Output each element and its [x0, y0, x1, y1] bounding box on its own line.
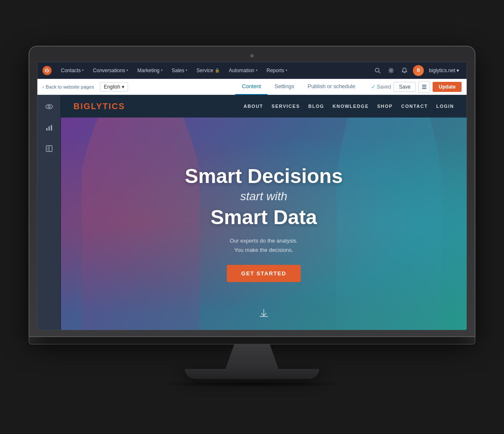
- update-button[interactable]: Update: [433, 82, 462, 92]
- editor-sidebar: [37, 95, 61, 330]
- svg-rect-9: [46, 128, 47, 131]
- chevron-down-icon: ▾: [186, 68, 187, 72]
- svg-line-2: [379, 71, 381, 73]
- hero-title-line3: Smart Data: [185, 206, 343, 229]
- monitor-camera: [250, 54, 254, 58]
- silhouette-left: [82, 118, 200, 330]
- website-preview: BIGLYTICS ABOUT SERVICES BLOG KNOWLEDGE …: [61, 95, 467, 330]
- svg-point-8: [48, 106, 50, 108]
- editor-tabs: Content Settings Publish or schedule: [235, 79, 362, 94]
- chevron-down-icon: ▾: [286, 68, 287, 72]
- tab-content[interactable]: Content: [235, 79, 268, 95]
- language-selector[interactable]: English ▾: [100, 82, 128, 92]
- hubspot-topnav: Contacts ▾ Conversations ▾ Marketing ▾ S…: [37, 62, 467, 79]
- nav-item-marketing[interactable]: Marketing ▾: [134, 66, 166, 75]
- sidebar-preview-icon[interactable]: [42, 100, 56, 113]
- hero-content: Smart Decisions start with Smart Data Ou…: [185, 165, 343, 282]
- svg-rect-11: [51, 125, 52, 131]
- svg-point-3: [390, 70, 392, 71]
- lock-icon: 🔒: [215, 68, 220, 73]
- list-icon: [422, 84, 427, 89]
- monitor-wrapper: Contacts ▾ Conversations ▾ Marketing ▾ S…: [21, 47, 483, 387]
- logo-accent: L: [91, 102, 96, 111]
- hero-section: Smart Decisions start with Smart Data Ou…: [61, 118, 467, 330]
- editor-canvas: BIGLYTICS ABOUT SERVICES BLOG KNOWLEDGE …: [61, 95, 467, 330]
- scroll-indicator[interactable]: [258, 308, 270, 322]
- nav-item-automation[interactable]: Automation ▾: [226, 66, 261, 75]
- hero-title-line1: Smart Decisions: [185, 165, 343, 188]
- sidebar-analytics-icon[interactable]: [42, 121, 56, 134]
- site-nav-services[interactable]: SERVICES: [272, 104, 300, 109]
- site-nav-contact[interactable]: CONTACT: [401, 104, 428, 109]
- nav-item-sales[interactable]: Sales ▾: [168, 66, 191, 75]
- checkmark-icon: ✓: [371, 84, 375, 90]
- svg-rect-4: [422, 85, 426, 86]
- toolbar-actions: ✓ Saved Save Update: [371, 81, 462, 93]
- chevron-down-icon: ▾: [126, 68, 128, 72]
- site-nav-blog[interactable]: BLOG: [308, 104, 324, 109]
- hubspot-logo-icon: [42, 66, 52, 75]
- site-nav-links: ABOUT SERVICES BLOG KNOWLEDGE SHOP CONTA…: [244, 104, 454, 109]
- nav-icons-group: [372, 65, 410, 76]
- editor-main: BIGLYTICS ABOUT SERVICES BLOG KNOWLEDGE …: [37, 95, 467, 330]
- back-to-website-pages-link[interactable]: ‹ Back to website pages: [42, 84, 94, 89]
- site-nav-about[interactable]: ABOUT: [244, 104, 263, 109]
- hero-title-line2: start with: [185, 190, 343, 203]
- nav-item-service[interactable]: Service 🔒: [193, 66, 223, 75]
- sidebar-pages-icon[interactable]: [42, 142, 56, 155]
- site-nav-login[interactable]: LOGIN: [436, 104, 454, 109]
- site-navigation: BIGLYTICS ABOUT SERVICES BLOG KNOWLEDGE …: [61, 95, 467, 118]
- list-view-button[interactable]: [418, 81, 430, 93]
- search-button[interactable]: [372, 65, 383, 76]
- tab-settings[interactable]: Settings: [268, 79, 301, 95]
- chevron-down-icon: ▾: [82, 68, 84, 72]
- monitor-body: Contacts ▾ Conversations ▾ Marketing ▾ S…: [29, 47, 475, 336]
- saved-status: ✓ Saved: [371, 84, 391, 90]
- chevron-down-icon: ▾: [256, 68, 257, 72]
- eye-icon: [45, 103, 53, 110]
- monitor-stand-neck: [223, 344, 281, 369]
- chevron-down-icon: ▾: [122, 84, 124, 90]
- save-button[interactable]: Save: [394, 82, 416, 92]
- monitor-screen: Contacts ▾ Conversations ▾ Marketing ▾ S…: [37, 62, 467, 330]
- tab-publish[interactable]: Publish or schedule: [301, 79, 362, 95]
- silhouette-right: [336, 118, 441, 330]
- bell-icon: [402, 68, 407, 73]
- get-started-button[interactable]: GET STARTED: [227, 265, 300, 282]
- svg-rect-5: [422, 86, 426, 87]
- settings-button[interactable]: [385, 65, 397, 76]
- chevron-left-icon: ‹: [42, 84, 44, 89]
- search-icon: [375, 68, 381, 73]
- download-icon: [258, 308, 270, 319]
- editor-toolbar: ‹ Back to website pages English ▾ Conten…: [37, 79, 467, 95]
- monitor-stand-base: [185, 369, 319, 379]
- site-nav-knowledge[interactable]: KNOWLEDGE: [333, 104, 369, 109]
- svg-rect-6: [422, 88, 426, 89]
- chevron-down-icon: ▾: [457, 68, 459, 73]
- svg-rect-17: [260, 316, 268, 317]
- monitor-chin: [29, 336, 475, 344]
- logo-text-2: YTICS: [96, 102, 125, 111]
- account-selector[interactable]: biglytics.net ▾: [426, 66, 462, 75]
- nav-item-contacts[interactable]: Contacts ▾: [58, 66, 87, 75]
- chevron-down-icon: ▾: [161, 68, 163, 72]
- site-logo: BIGLYTICS: [74, 102, 125, 111]
- svg-rect-10: [48, 126, 50, 131]
- avatar: B: [413, 65, 424, 76]
- chart-icon: [45, 124, 53, 131]
- nav-item-reports[interactable]: Reports ▾: [263, 66, 291, 75]
- notifications-button[interactable]: [399, 65, 410, 76]
- monitor-shadow: [147, 381, 357, 387]
- logo-text: BIG: [74, 102, 91, 111]
- hero-description: Our experts do the analysis. You make th…: [185, 236, 343, 255]
- gear-icon: [388, 68, 394, 73]
- svg-point-7: [46, 105, 52, 109]
- nav-item-conversations[interactable]: Conversations ▾: [89, 66, 131, 75]
- book-icon: [45, 145, 53, 152]
- site-nav-shop[interactable]: SHOP: [377, 104, 393, 109]
